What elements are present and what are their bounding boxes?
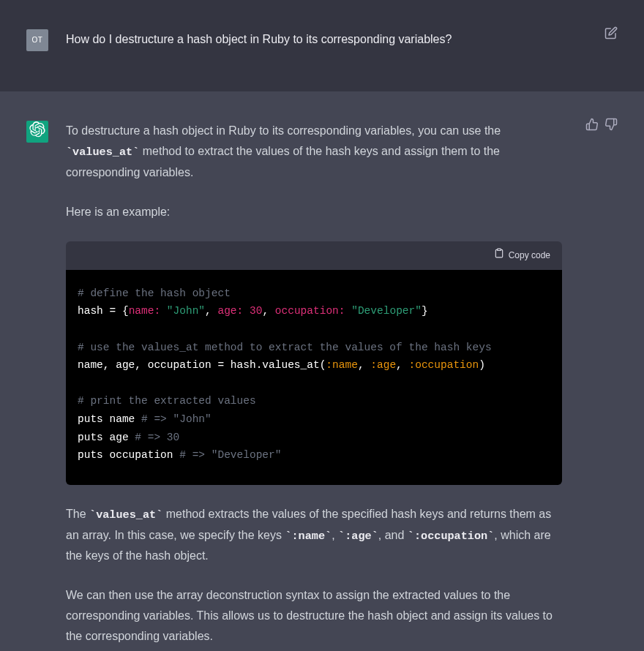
user-message-body: How do I destructure a hash object in Ru… [66, 29, 581, 48]
user-avatar: OT [26, 29, 48, 51]
code-token-key: age: [217, 305, 243, 317]
edit-button[interactable] [604, 29, 618, 42]
assistant-paragraph: We can then use the array deconstruction… [66, 585, 562, 647]
like-button[interactable] [585, 121, 599, 134]
text-span: The [66, 508, 89, 520]
code-token-comment: # print the extracted values [78, 395, 256, 407]
code-token-symbol: :name [326, 359, 358, 371]
copy-code-button[interactable]: Copy code [494, 248, 550, 263]
dislike-button[interactable] [604, 121, 618, 134]
user-question-text: How do I destructure a hash object in Ru… [66, 31, 581, 48]
assistant-message-actions [585, 121, 618, 134]
user-message: OT How do I destructure a hash object in… [0, 0, 644, 91]
code-token-number: 30 [250, 305, 262, 317]
assistant-avatar [26, 121, 48, 143]
code-token-comment: # use the values_at method to extract th… [78, 342, 492, 353]
code-token-comment: # => "Developer" [179, 449, 281, 461]
inline-code: `:occupation` [408, 530, 494, 543]
svg-rect-0 [497, 249, 501, 250]
thumbs-up-icon [585, 117, 599, 138]
edit-icon [604, 26, 618, 46]
code-token: puts name [78, 413, 141, 425]
openai-logo-icon [29, 121, 45, 142]
assistant-message-body: To destructure a hash object in Ruby to … [66, 121, 562, 647]
text-span: To destructure a hash object in Ruby to … [66, 124, 501, 137]
assistant-message: To destructure a hash object in Ruby to … [0, 91, 644, 651]
code-token: puts age [78, 432, 135, 443]
inline-code: `values_at` [66, 146, 139, 159]
assistant-paragraph: The `values_at` method extracts the valu… [66, 504, 562, 566]
code-block-header: Copy code [66, 241, 562, 270]
inline-code: `:name` [285, 530, 332, 543]
user-avatar-initials: OT [32, 34, 43, 47]
text-span: , [332, 529, 338, 541]
code-body[interactable]: # define the hash object hash = {name: "… [66, 270, 562, 485]
code-token-key: name: [129, 305, 161, 317]
clipboard-icon [494, 248, 504, 263]
inline-code: `values_at` [89, 508, 162, 522]
code-token-key: occupation: [275, 305, 345, 317]
code-token-comment: # => 30 [135, 432, 179, 443]
code-token-comment: # => "John" [141, 413, 211, 425]
inline-code: `:age` [338, 530, 378, 543]
code-token-symbol: :occupation [409, 359, 479, 371]
code-token: } [422, 305, 428, 317]
code-token-string: "Developer" [351, 305, 422, 317]
code-token-symbol: :age [370, 359, 396, 371]
code-token-string: "John" [167, 305, 205, 317]
text-span: , and [378, 529, 408, 541]
code-token: name, age, occupation = hash.values_at( [78, 359, 326, 371]
user-message-actions [604, 29, 618, 42]
code-token: hash = { [78, 305, 129, 317]
code-token: ) [479, 359, 485, 371]
code-block: Copy code # define the hash object hash … [66, 241, 562, 485]
thumbs-down-icon [604, 117, 618, 138]
copy-code-label: Copy code [509, 248, 550, 263]
code-token-comment: # define the hash object [78, 287, 231, 299]
assistant-paragraph: Here is an example: [66, 202, 562, 222]
code-token: puts occupation [78, 449, 179, 461]
assistant-paragraph: To destructure a hash object in Ruby to … [66, 121, 562, 183]
